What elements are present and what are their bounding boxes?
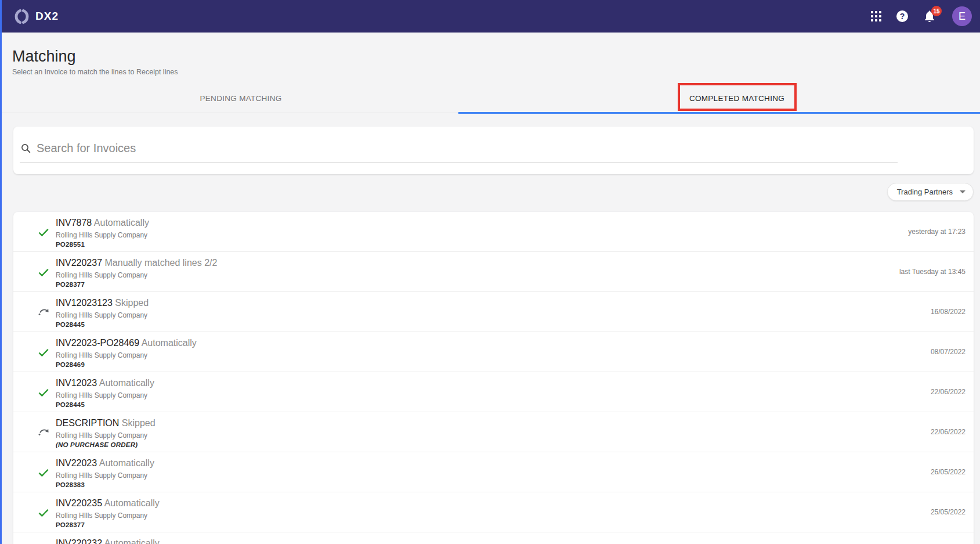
invoice-date: 16/08/2022	[931, 308, 965, 316]
tab-completed-matching[interactable]: COMPLETED MATCHING	[689, 83, 784, 113]
invoice-status: Manually matched lines 2/2	[105, 258, 218, 268]
check-icon	[37, 346, 50, 359]
invoice-status: Skipped	[115, 298, 149, 308]
tab-pending-matching[interactable]: PENDING MATCHING	[200, 83, 281, 113]
skip-redo-icon	[37, 306, 50, 319]
invoice-company: Rolling HIlls Supply Company	[56, 431, 892, 440]
invoice-search-card	[13, 127, 974, 174]
invoice-po: PO28383	[56, 480, 892, 489]
page-title: Matching	[12, 48, 980, 65]
tab-bar: PENDING MATCHING COMPLETED MATCHING	[0, 83, 980, 113]
invoice-title: INV7878 Automatically	[56, 217, 892, 229]
invoice-number: DESCRIPTION	[56, 418, 119, 428]
top-nav-bar: DX2 ? 15 E	[0, 0, 980, 33]
invoice-status: Automatically	[94, 218, 149, 228]
invoice-po: PO28377	[56, 280, 892, 289]
active-tab-indicator	[458, 112, 980, 114]
invoice-row[interactable]: INV22023-PO28469 Automatically Rolling H…	[13, 332, 974, 372]
invoice-list: INV7878 Automatically Rolling HIlls Supp…	[13, 212, 974, 544]
row-status-icon	[37, 466, 50, 479]
dx2-logo-icon	[14, 9, 30, 24]
logo-text: DX2	[35, 10, 59, 23]
invoice-po: PO28377	[56, 520, 892, 529]
invoice-po: PO28445	[56, 400, 892, 409]
invoice-date: 22/06/2022	[931, 388, 965, 396]
row-status-icon	[37, 506, 50, 519]
invoice-status: Automatically	[104, 498, 160, 508]
invoice-date: 22/06/2022	[931, 428, 965, 436]
apps-grid-icon[interactable]	[871, 11, 882, 22]
invoice-status: Automatically	[99, 458, 154, 468]
invoice-company: Rolling HIlls Supply Company	[56, 471, 892, 480]
invoice-title: INV12023123 Skipped	[56, 297, 892, 309]
search-underline	[20, 162, 898, 163]
invoice-title: INV220235 Automatically	[56, 498, 892, 509]
invoice-number: INV7878	[56, 218, 92, 228]
invoice-company: Rolling HIlls Supply Company	[56, 311, 892, 320]
invoice-title: INV220232 Automatically	[56, 538, 892, 544]
dx2-logo[interactable]: DX2	[14, 9, 59, 24]
invoice-row[interactable]: INV220232 Automatically	[13, 532, 974, 544]
invoice-row[interactable]: INV220237 Manually matched lines 2/2 Rol…	[13, 252, 974, 292]
search-input[interactable]	[37, 142, 962, 155]
trading-partners-label: Trading Partners	[897, 188, 953, 196]
invoice-number: INV12023	[56, 378, 97, 388]
invoice-title: INV22023 Automatically	[56, 457, 892, 469]
user-avatar[interactable]: E	[952, 6, 972, 26]
invoice-title: INV220237 Manually matched lines 2/2	[56, 257, 892, 269]
invoice-company: Rolling HIlls Supply Company	[56, 511, 892, 520]
invoice-status: Automatically	[99, 378, 154, 388]
invoice-row[interactable]: INV220235 Automatically Rolling HIlls Su…	[13, 492, 974, 532]
search-icon	[21, 143, 31, 153]
invoice-number: INV22023-PO28469	[56, 338, 139, 348]
invoice-company: Rolling HIlls Supply Company	[56, 391, 892, 400]
invoice-row[interactable]: INV7878 Automatically Rolling HIlls Supp…	[13, 212, 974, 252]
chevron-down-icon	[960, 190, 965, 193]
invoice-date: 25/05/2022	[931, 508, 965, 516]
row-status-icon	[37, 226, 50, 239]
invoice-row[interactable]: INV12023123 Skipped Rolling HIlls Supply…	[13, 292, 974, 332]
invoice-po: (NO PURCHASE ORDER)	[56, 440, 892, 449]
check-icon	[37, 386, 50, 399]
check-icon	[37, 506, 50, 519]
invoice-row[interactable]: INV22023 Automatically Rolling HIlls Sup…	[13, 452, 974, 492]
invoice-number: INV22023	[56, 458, 97, 468]
notifications-button[interactable]: 15	[923, 9, 936, 23]
invoice-company: Rolling HIlls Supply Company	[56, 271, 892, 280]
invoice-number: INV220232	[56, 538, 102, 544]
invoice-status: Automatically	[142, 338, 197, 348]
window-edge-highlight	[0, 0, 2, 544]
row-status-icon	[37, 266, 50, 279]
invoice-date: 08/07/2022	[931, 348, 965, 356]
invoice-row[interactable]: DESCRIPTION Skipped Rolling HIlls Supply…	[13, 412, 974, 452]
invoice-title: INV12023 Automatically	[56, 377, 892, 389]
invoice-company: Rolling HIlls Supply Company	[56, 351, 892, 360]
invoice-po: PO28551	[56, 240, 892, 249]
invoice-row[interactable]: INV12023 Automatically Rolling HIlls Sup…	[13, 372, 974, 412]
invoice-company: Rolling HIlls Supply Company	[56, 230, 892, 240]
row-status-icon	[37, 386, 50, 399]
help-icon[interactable]: ?	[896, 10, 908, 22]
invoice-date: yesterday at 17:23	[908, 228, 965, 236]
check-icon	[37, 266, 50, 279]
invoice-po: PO28445	[56, 320, 892, 329]
invoice-date: 26/05/2022	[931, 468, 965, 476]
check-icon	[37, 466, 50, 479]
row-status-icon	[37, 346, 50, 359]
invoice-number: INV220235	[56, 498, 102, 508]
invoice-status: Skipped	[122, 418, 156, 428]
page-subtitle: Select an Invoice to match the lines to …	[12, 68, 980, 76]
invoice-po: PO28469	[56, 360, 892, 369]
row-status-icon	[37, 306, 50, 319]
check-icon	[37, 226, 50, 239]
invoice-number: INV220237	[56, 258, 102, 268]
invoice-status: Automatically	[104, 538, 160, 544]
notification-badge: 15	[931, 6, 942, 16]
invoice-number: INV12023123	[56, 298, 113, 308]
invoice-title: INV22023-PO28469 Automatically	[56, 337, 892, 349]
invoice-title: DESCRIPTION Skipped	[56, 417, 892, 429]
row-status-icon	[37, 426, 50, 439]
invoice-date: last Tuesday at 13:45	[899, 268, 965, 276]
trading-partners-dropdown[interactable]: Trading Partners	[887, 183, 974, 201]
skip-redo-icon	[37, 426, 50, 439]
